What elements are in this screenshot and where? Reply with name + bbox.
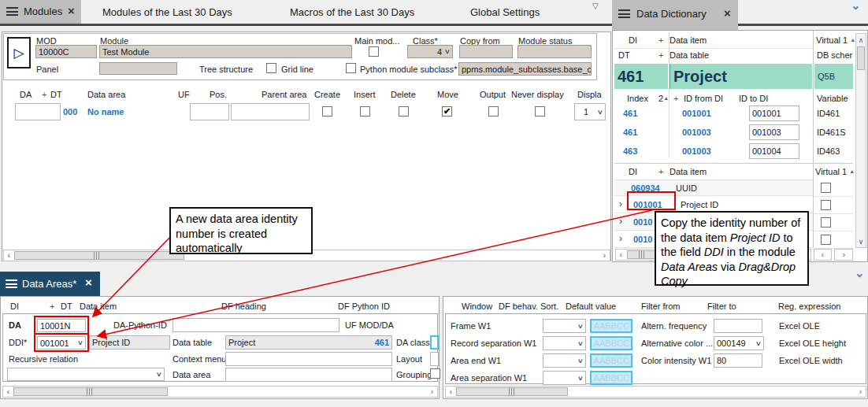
context-menu-field[interactable]	[225, 352, 392, 366]
dd-col-data-item[interactable]: Data item	[670, 35, 707, 45]
area-end-color-field[interactable]: AABBCC	[590, 353, 632, 368]
frame-w1-color-field[interactable]: AABBCC	[590, 319, 632, 333]
recursive-relation-dropdown[interactable]: ∨	[7, 368, 165, 381]
run-button[interactable]: ▷	[7, 37, 31, 68]
dd-col-data-item[interactable]: Data item	[670, 167, 707, 176]
scroll-thumb[interactable]	[857, 46, 865, 70]
plus-icon[interactable]: +	[50, 302, 54, 311]
tab-data-dictionary-label[interactable]: Data Dictionary	[636, 8, 707, 20]
item-id[interactable]: 0010	[633, 235, 652, 244]
col-da[interactable]: DA	[20, 90, 32, 99]
record-separation-color-field[interactable]: AABBCC	[590, 336, 632, 350]
index-row-id[interactable]: 461	[623, 128, 637, 137]
virtual-checkbox[interactable]	[821, 183, 831, 193]
scroll-left-icon[interactable]: ‹	[616, 250, 626, 260]
col-output[interactable]: Output	[480, 90, 506, 99]
dd-col-id-to[interactable]: ID to DI	[739, 94, 768, 103]
insert-checkbox[interactable]	[360, 106, 370, 117]
index-row-id[interactable]: 463	[623, 146, 637, 156]
module-field[interactable]: Test Module	[99, 45, 352, 58]
col-window[interactable]: Window	[462, 302, 492, 311]
data-areas-right-hscrollbar[interactable]: ‹ ›	[445, 386, 866, 398]
dd-virtual-scroll-right[interactable]: ›	[834, 249, 853, 261]
da-row-dt[interactable]: 000	[63, 107, 77, 117]
plus-icon[interactable]: +	[673, 94, 678, 103]
main-mod-checkbox[interactable]	[369, 46, 379, 57]
tab-modules[interactable]: Modules ×	[0, 0, 81, 24]
copy-from-field[interactable]	[459, 45, 513, 58]
class-dropdown[interactable]: 4 ∨	[407, 45, 453, 58]
output-checkbox[interactable]	[488, 106, 499, 117]
alternative-color-dropdown[interactable]: 000149 ∨	[714, 336, 764, 350]
item-name[interactable]: Project ID	[681, 200, 718, 209]
dd-index-sort[interactable]: 2▲	[658, 94, 669, 103]
tab-macros-last30[interactable]: Macros of the Last 30 Days	[290, 6, 414, 18]
delete-checkbox[interactable]	[399, 106, 409, 117]
index-row-to-input[interactable]: 001003	[749, 124, 799, 140]
dd-col-db-schema[interactable]: DB scher	[817, 50, 852, 60]
tab-modules-label[interactable]: Modules	[24, 6, 62, 17]
col-df-heading[interactable]: DF heading	[221, 302, 266, 311]
col-di[interactable]: DI	[10, 302, 19, 311]
dd-col-variable[interactable]: Variable	[817, 94, 848, 103]
plus-icon[interactable]: +	[42, 90, 46, 99]
selected-table-name-cell[interactable]: Project	[670, 64, 812, 89]
scroll-thumb[interactable]	[456, 387, 568, 396]
col-default-value[interactable]: Default value	[566, 302, 616, 311]
plus-icon[interactable]: +	[658, 35, 663, 45]
scroll-thumb[interactable]	[14, 251, 184, 260]
plus-icon[interactable]: +	[658, 167, 663, 176]
index-row-variable[interactable]: ID461S	[817, 128, 846, 137]
dd-col-dt[interactable]: DT	[618, 50, 630, 60]
scroll-left-icon[interactable]: ‹	[3, 387, 13, 397]
virtual-checkbox[interactable]	[821, 200, 831, 210]
item-name[interactable]: UUID	[676, 183, 697, 193]
scroll-left-icon[interactable]: ‹	[818, 250, 828, 260]
never-display-checkbox[interactable]	[535, 106, 545, 117]
tab-overflow-icon[interactable]: ▽	[592, 2, 599, 10]
col-filter-to[interactable]: Filter to	[707, 302, 736, 311]
grouping-checkbox[interactable]	[430, 368, 440, 379]
dd-col-virtual[interactable]: Virtual 1 ▲	[816, 35, 855, 45]
menu-icon[interactable]	[6, 279, 17, 288]
altern-frequency-field[interactable]	[714, 319, 762, 333]
menu-icon[interactable]	[618, 9, 630, 18]
col-data-item[interactable]: Data item	[80, 302, 117, 311]
python-subclass-checkbox[interactable]	[346, 63, 356, 73]
index-row-variable[interactable]: ID463	[817, 146, 840, 156]
record-separation-dropdown[interactable]: ∨	[543, 336, 586, 350]
da-row-da-input[interactable]	[15, 103, 61, 120]
index-row-from[interactable]: 001003	[682, 128, 711, 137]
collapse-chevron-icon[interactable]: ⌄	[851, 0, 861, 13]
scroll-up-icon[interactable]: ∧	[856, 34, 866, 46]
menu-icon[interactable]	[6, 7, 18, 16]
col-filter-from[interactable]: Filter from	[641, 302, 681, 311]
selected-table-schema-cell[interactable]: Q5B	[814, 64, 853, 89]
tab-data-dictionary[interactable]: Data Dictionary ×	[612, 0, 738, 30]
area-end-dropdown[interactable]: ∨	[543, 353, 586, 368]
dd-col-di[interactable]: DI	[629, 35, 637, 45]
dd-col-di[interactable]: DI	[629, 167, 637, 176]
col-insert[interactable]: Insert	[354, 90, 376, 99]
col-data-area[interactable]: Data area	[87, 90, 125, 99]
index-row-from[interactable]: 001003	[682, 146, 711, 156]
python-subclass-field[interactable]: ppms.module_subclasses.base_clas	[458, 62, 592, 76]
create-checkbox[interactable]	[322, 106, 332, 117]
dd-col-id-from[interactable]: ID from DI	[684, 94, 723, 103]
item-id[interactable]: 0010	[633, 217, 652, 227]
panel-field[interactable]	[99, 62, 177, 75]
move-checkbox[interactable]: ✔	[442, 106, 452, 117]
col-df-behav[interactable]: DF behav.	[499, 302, 538, 311]
col-never-display[interactable]: Never display	[511, 90, 564, 99]
area-separation-dropdown[interactable]: ∨	[543, 371, 586, 385]
dd-vscrollbar[interactable]: ∧ ∨	[855, 33, 866, 248]
da-python-id-field[interactable]	[172, 318, 339, 332]
plus-icon[interactable]: +	[658, 50, 663, 60]
dd-virtual-scroll-left[interactable]: ‹	[814, 249, 832, 261]
da-row-pos-input[interactable]	[190, 103, 229, 120]
grid-line-checkbox[interactable]	[266, 63, 276, 73]
scroll-right-icon[interactable]: ›	[839, 250, 849, 260]
col-delete[interactable]: Delete	[391, 90, 416, 99]
scroll-right-icon[interactable]: ›	[855, 387, 866, 397]
col-sort[interactable]: Sort.	[540, 302, 558, 311]
